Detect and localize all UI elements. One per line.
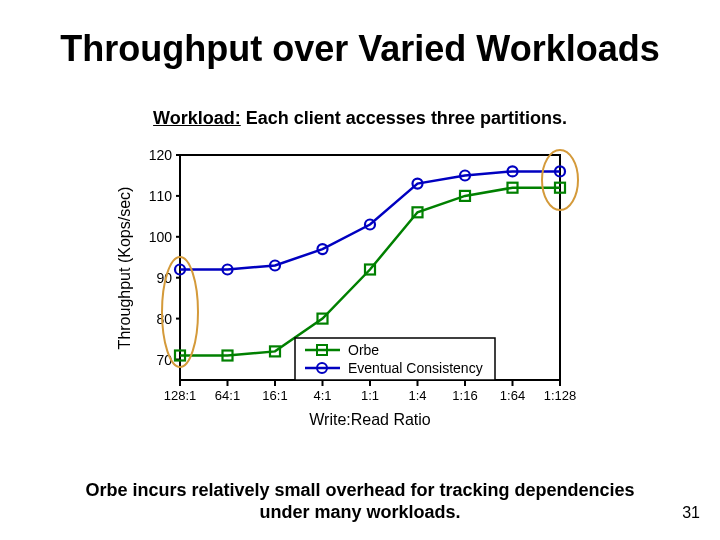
legend-ec: Eventual Consistency — [348, 360, 483, 376]
markers-orbe — [175, 183, 565, 361]
legend: Orbe Eventual Consistency — [295, 338, 495, 380]
caption: Orbe incurs relatively small overhead fo… — [60, 480, 660, 523]
xtick-5: 1:4 — [408, 388, 426, 403]
chart-svg: 120 110 100 90 80 70 128:1 64:1 16:1 4:1… — [110, 140, 610, 440]
ytick-110: 110 — [149, 188, 173, 204]
xtick-2: 16:1 — [262, 388, 287, 403]
chart: 120 110 100 90 80 70 128:1 64:1 16:1 4:1… — [110, 140, 610, 440]
xtick-8: 1:128 — [544, 388, 577, 403]
xtick-0: 128:1 — [164, 388, 197, 403]
y-axis-label: Throughput (Kops/sec) — [116, 187, 133, 350]
page-number: 31 — [682, 504, 700, 522]
subtitle-rest: Each client accesses three partitions. — [241, 108, 567, 128]
series-orbe — [180, 188, 560, 356]
legend-orbe: Orbe — [348, 342, 379, 358]
xtick-4: 1:1 — [361, 388, 379, 403]
x-axis-label: Write:Read Ratio — [309, 411, 431, 428]
xtick-6: 1:16 — [452, 388, 477, 403]
page-title: Throughput over Varied Workloads — [0, 28, 720, 70]
xtick-3: 4:1 — [313, 388, 331, 403]
ytick-120: 120 — [149, 147, 173, 163]
x-axis: 128:1 64:1 16:1 4:1 1:1 1:4 1:16 1:64 1:… — [164, 380, 577, 403]
ytick-100: 100 — [149, 229, 173, 245]
subtitle-label: Workload: — [153, 108, 241, 128]
xtick-1: 64:1 — [215, 388, 240, 403]
subtitle: Workload: Each client accesses three par… — [0, 108, 720, 129]
xtick-7: 1:64 — [500, 388, 525, 403]
ytick-80: 80 — [156, 311, 172, 327]
